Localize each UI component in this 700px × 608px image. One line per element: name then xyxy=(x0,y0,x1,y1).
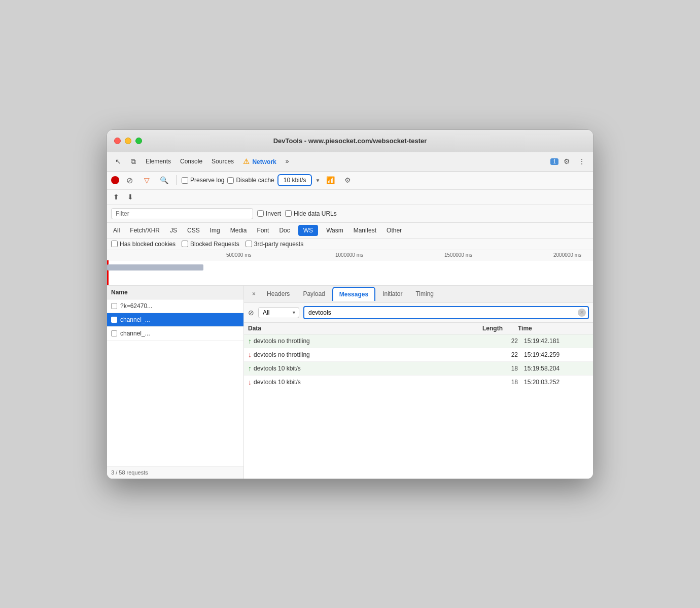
request-checkbox-2[interactable] xyxy=(111,317,117,323)
has-blocked-cookies-label[interactable]: Has blocked cookies xyxy=(111,241,176,248)
filter-img[interactable]: Img xyxy=(208,226,222,235)
layers-button[interactable]: ⧉ xyxy=(126,154,141,168)
col-time-header: Time xyxy=(518,325,589,332)
msg-time-4: 15:20:03.252 xyxy=(518,379,589,386)
invert-text: Invert xyxy=(266,210,281,217)
message-row-2[interactable]: ↓ devtools no throttling 22 15:19:42.259 xyxy=(244,348,593,362)
tab-messages[interactable]: Messages xyxy=(332,287,375,301)
filter-other[interactable]: Other xyxy=(384,226,404,235)
search-button[interactable]: 🔍 xyxy=(157,173,171,187)
arrow-up-icon-3: ↑ xyxy=(248,364,252,373)
msg-clear-button[interactable]: ✕ xyxy=(578,309,586,317)
msg-time-2: 15:19:42.259 xyxy=(518,351,589,358)
blocked-requests-text: Blocked Requests xyxy=(190,241,239,248)
tab-initiator-label: Initiator xyxy=(382,290,402,297)
blocked-requests-checkbox[interactable] xyxy=(182,241,188,247)
throttle-dropdown-icon[interactable]: ▼ xyxy=(315,178,320,183)
network-settings-button[interactable]: ⚙ xyxy=(340,173,355,187)
filter-all[interactable]: All xyxy=(111,226,122,235)
detail-close-tab[interactable]: × xyxy=(248,287,260,300)
message-row-3[interactable]: ↑ devtools 10 kbit/s 18 15:19:58.204 xyxy=(244,362,593,376)
msg-text-1: devtools no throttling xyxy=(254,337,310,345)
window-title: DevTools - www.piesocket.com/websocket-t… xyxy=(273,137,427,145)
filter-button[interactable]: ▽ xyxy=(139,173,154,187)
console-tab[interactable]: Console xyxy=(176,156,206,167)
settings-button[interactable]: ⚙ xyxy=(559,154,574,168)
throttle-button[interactable]: 10 kbit/s xyxy=(277,174,312,186)
tab-timing[interactable]: Timing xyxy=(409,287,440,300)
tab-messages-label: Messages xyxy=(339,291,368,298)
filter-ws[interactable]: WS xyxy=(298,225,318,236)
message-row-1[interactable]: ↑ devtools no throttling 22 15:19:42.181 xyxy=(244,334,593,348)
arrow-down-icon-4: ↓ xyxy=(248,378,252,386)
request-checkbox-1[interactable] xyxy=(111,303,117,309)
msg-time-3: 15:19:58.204 xyxy=(518,365,589,372)
preserve-log-text: Preserve log xyxy=(190,177,224,184)
tab-headers-label: Headers xyxy=(267,290,290,297)
msg-text-2: devtools no throttling xyxy=(254,351,310,358)
filter-media[interactable]: Media xyxy=(228,226,249,235)
timeline-marker-1: 500000 ms xyxy=(226,252,251,258)
message-row-4[interactable]: ↓ devtools 10 kbit/s 18 15:20:03.252 xyxy=(244,376,593,389)
tab-payload-label: Payload xyxy=(303,290,325,297)
layers-icon: ⧉ xyxy=(131,157,136,166)
filter-wasm[interactable]: Wasm xyxy=(324,226,345,235)
requests-spacer xyxy=(107,341,243,466)
export-button[interactable]: ⬇ xyxy=(125,192,135,202)
filter-fetch-xhr[interactable]: Fetch/XHR xyxy=(128,226,162,235)
request-checkbox-3[interactable] xyxy=(111,330,117,336)
blocked-requests-label[interactable]: Blocked Requests xyxy=(182,241,239,248)
msg-length-4: 18 xyxy=(482,379,518,386)
invert-label[interactable]: Invert xyxy=(257,210,281,217)
maximize-button[interactable] xyxy=(135,138,142,144)
settings-icon: ⚙ xyxy=(564,157,570,165)
minimize-button[interactable] xyxy=(125,138,131,144)
warning-icon: ⚠ xyxy=(243,157,250,165)
tab-initiator[interactable]: Initiator xyxy=(376,287,408,300)
request-item-1[interactable]: ?k=62470... xyxy=(107,299,243,313)
tab-payload[interactable]: Payload xyxy=(297,287,331,300)
cursor-tool-button[interactable]: ↖ xyxy=(111,154,125,168)
record-button[interactable] xyxy=(111,176,119,184)
third-party-checkbox[interactable] xyxy=(246,241,252,247)
filter-doc[interactable]: Doc xyxy=(277,226,292,235)
filter-manifest[interactable]: Manifest xyxy=(352,226,378,235)
filter-input[interactable] xyxy=(111,208,253,219)
request-item-3[interactable]: channel_... xyxy=(107,327,243,341)
preserve-log-label[interactable]: Preserve log xyxy=(182,177,224,184)
msg-length-1: 22 xyxy=(482,337,518,345)
more-options-button[interactable]: ⋮ xyxy=(575,154,589,168)
import-button[interactable]: ⬆ xyxy=(111,192,121,202)
wifi-settings-button[interactable]: 📶 xyxy=(323,173,337,187)
messages-filter-bar: ⊘ All Sent Received ✕ xyxy=(244,303,593,323)
third-party-label[interactable]: 3rd-party requests xyxy=(246,241,303,248)
network-tab[interactable]: ⚠ Network xyxy=(239,155,281,167)
disable-cache-text: Disable cache xyxy=(236,177,274,184)
elements-tab[interactable]: Elements xyxy=(142,156,175,167)
invert-checkbox[interactable] xyxy=(257,210,264,217)
sources-tab[interactable]: Sources xyxy=(207,156,238,167)
disable-cache-checkbox[interactable] xyxy=(227,177,234,184)
more-tabs-button[interactable]: » xyxy=(282,156,293,167)
preserve-log-checkbox[interactable] xyxy=(182,177,188,184)
tab-headers[interactable]: Headers xyxy=(261,287,296,300)
request-item-2[interactable]: channel_... xyxy=(107,313,243,327)
msg-filter-select[interactable]: All Sent Received xyxy=(258,307,299,318)
hide-data-urls-label[interactable]: Hide data URLs xyxy=(285,210,337,217)
filter-js[interactable]: JS xyxy=(168,226,179,235)
has-blocked-cookies-checkbox[interactable] xyxy=(111,241,118,247)
msg-data-4: ↓ devtools 10 kbit/s xyxy=(248,378,482,386)
request-name-3: channel_... xyxy=(120,330,150,337)
filter-font[interactable]: Font xyxy=(255,226,271,235)
timeline-marker-2: 1000000 ms xyxy=(335,252,363,258)
disable-cache-label[interactable]: Disable cache xyxy=(227,177,274,184)
request-name-2: channel_... xyxy=(120,316,150,323)
filter-css[interactable]: CSS xyxy=(185,226,202,235)
block-icon[interactable]: ⊘ xyxy=(248,309,254,317)
timeline-bar-area xyxy=(107,260,593,286)
close-button[interactable] xyxy=(114,138,121,144)
clear-button[interactable]: ⊘ xyxy=(122,173,136,187)
hide-data-urls-checkbox[interactable] xyxy=(285,210,292,217)
filter-icon: ▽ xyxy=(144,176,150,184)
msg-search-input[interactable] xyxy=(303,306,589,319)
